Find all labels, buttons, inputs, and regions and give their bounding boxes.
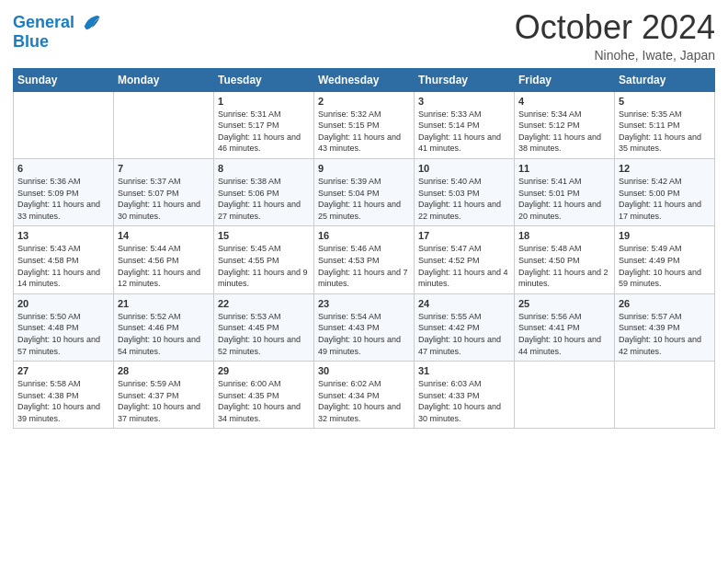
- calendar-week-row: 6Sunrise: 5:36 AMSunset: 5:09 PMDaylight…: [14, 158, 715, 225]
- location: Ninohe, Iwate, Japan: [515, 48, 715, 63]
- calendar-cell: 18Sunrise: 5:48 AMSunset: 4:50 PMDayligh…: [515, 226, 615, 293]
- calendar-cell: 6Sunrise: 5:36 AMSunset: 5:09 PMDaylight…: [14, 158, 114, 225]
- weekday-header: Monday: [114, 68, 214, 91]
- day-detail: Sunrise: 5:43 AMSunset: 4:58 PMDaylight:…: [17, 243, 109, 289]
- day-detail: Sunrise: 5:48 AMSunset: 4:50 PMDaylight:…: [518, 243, 610, 289]
- calendar-week-row: 13Sunrise: 5:43 AMSunset: 4:58 PMDayligh…: [14, 226, 715, 293]
- day-detail: Sunrise: 5:52 AMSunset: 4:46 PMDaylight:…: [118, 311, 210, 357]
- calendar-cell: 13Sunrise: 5:43 AMSunset: 4:58 PMDayligh…: [14, 226, 114, 293]
- day-number: 25: [518, 298, 610, 309]
- page: General Blue October 2024 Ninohe, Iwate,…: [0, 0, 728, 563]
- calendar-cell: 24Sunrise: 5:55 AMSunset: 4:42 PMDayligh…: [415, 293, 515, 361]
- day-detail: Sunrise: 5:32 AMSunset: 5:15 PMDaylight:…: [318, 109, 410, 155]
- day-number: 27: [17, 365, 109, 376]
- day-number: 21: [118, 298, 210, 309]
- day-number: 15: [218, 230, 310, 241]
- header: General Blue October 2024 Ninohe, Iwate,…: [13, 9, 715, 63]
- day-number: 12: [619, 163, 711, 174]
- day-number: 23: [318, 298, 410, 309]
- day-number: 5: [619, 96, 711, 107]
- calendar-cell: 31Sunrise: 6:03 AMSunset: 4:33 PMDayligh…: [415, 362, 515, 429]
- day-detail: Sunrise: 5:45 AMSunset: 4:55 PMDaylight:…: [218, 243, 310, 289]
- calendar-cell: 20Sunrise: 5:50 AMSunset: 4:48 PMDayligh…: [14, 293, 114, 361]
- day-detail: Sunrise: 5:36 AMSunset: 5:09 PMDaylight:…: [17, 176, 109, 222]
- day-detail: Sunrise: 5:56 AMSunset: 4:41 PMDaylight:…: [518, 311, 610, 357]
- calendar-cell: 9Sunrise: 5:39 AMSunset: 5:04 PMDaylight…: [314, 158, 415, 225]
- day-detail: Sunrise: 5:34 AMSunset: 5:12 PMDaylight:…: [518, 109, 610, 155]
- weekday-header: Thursday: [415, 68, 515, 91]
- calendar-cell: 16Sunrise: 5:46 AMSunset: 4:53 PMDayligh…: [314, 226, 415, 293]
- day-number: 17: [418, 230, 510, 241]
- day-number: 4: [518, 96, 610, 107]
- calendar-cell: 8Sunrise: 5:38 AMSunset: 5:06 PMDaylight…: [214, 158, 314, 225]
- day-detail: Sunrise: 5:54 AMSunset: 4:43 PMDaylight:…: [318, 311, 410, 357]
- calendar-cell: 30Sunrise: 6:02 AMSunset: 4:34 PMDayligh…: [314, 362, 415, 429]
- title-block: October 2024 Ninohe, Iwate, Japan: [515, 9, 715, 63]
- calendar-cell: 21Sunrise: 5:52 AMSunset: 4:46 PMDayligh…: [114, 293, 214, 361]
- logo: General Blue: [13, 13, 101, 52]
- calendar-cell: 22Sunrise: 5:53 AMSunset: 4:45 PMDayligh…: [214, 293, 314, 361]
- day-number: 9: [318, 163, 410, 174]
- calendar-cell: 2Sunrise: 5:32 AMSunset: 5:15 PMDaylight…: [314, 91, 415, 158]
- day-detail: Sunrise: 5:35 AMSunset: 5:11 PMDaylight:…: [619, 109, 711, 155]
- day-number: 16: [318, 230, 410, 241]
- logo-bird-icon: [81, 13, 101, 33]
- day-detail: Sunrise: 5:31 AMSunset: 5:17 PMDaylight:…: [218, 109, 310, 155]
- calendar-cell: 28Sunrise: 5:59 AMSunset: 4:37 PMDayligh…: [114, 362, 214, 429]
- day-number: 6: [17, 163, 109, 174]
- calendar-cell: [615, 362, 715, 429]
- day-detail: Sunrise: 5:47 AMSunset: 4:52 PMDaylight:…: [418, 243, 510, 289]
- calendar-cell: 4Sunrise: 5:34 AMSunset: 5:12 PMDaylight…: [515, 91, 615, 158]
- day-detail: Sunrise: 6:00 AMSunset: 4:35 PMDaylight:…: [218, 378, 310, 424]
- weekday-header: Friday: [515, 68, 615, 91]
- day-detail: Sunrise: 5:50 AMSunset: 4:48 PMDaylight:…: [17, 311, 109, 357]
- day-number: 28: [118, 365, 210, 376]
- day-number: 2: [318, 96, 410, 107]
- calendar-cell: 15Sunrise: 5:45 AMSunset: 4:55 PMDayligh…: [214, 226, 314, 293]
- calendar-week-row: 20Sunrise: 5:50 AMSunset: 4:48 PMDayligh…: [14, 293, 715, 361]
- calendar-cell: 12Sunrise: 5:42 AMSunset: 5:00 PMDayligh…: [615, 158, 715, 225]
- day-number: 13: [17, 230, 109, 241]
- day-detail: Sunrise: 5:55 AMSunset: 4:42 PMDaylight:…: [418, 311, 510, 357]
- weekday-header: Saturday: [615, 68, 715, 91]
- calendar-cell: 7Sunrise: 5:37 AMSunset: 5:07 PMDaylight…: [114, 158, 214, 225]
- day-detail: Sunrise: 5:57 AMSunset: 4:39 PMDaylight:…: [619, 311, 711, 357]
- day-number: 8: [218, 163, 310, 174]
- day-number: 1: [218, 96, 310, 107]
- day-detail: Sunrise: 5:37 AMSunset: 5:07 PMDaylight:…: [118, 176, 210, 222]
- calendar-cell: 27Sunrise: 5:58 AMSunset: 4:38 PMDayligh…: [14, 362, 114, 429]
- day-detail: Sunrise: 5:49 AMSunset: 4:49 PMDaylight:…: [619, 243, 711, 289]
- month-title: October 2024: [515, 9, 715, 46]
- day-detail: Sunrise: 5:44 AMSunset: 4:56 PMDaylight:…: [118, 243, 210, 289]
- calendar-table: SundayMondayTuesdayWednesdayThursdayFrid…: [13, 68, 715, 430]
- day-number: 24: [418, 298, 510, 309]
- calendar-week-row: 27Sunrise: 5:58 AMSunset: 4:38 PMDayligh…: [14, 362, 715, 429]
- calendar-cell: 10Sunrise: 5:40 AMSunset: 5:03 PMDayligh…: [415, 158, 515, 225]
- day-detail: Sunrise: 5:42 AMSunset: 5:00 PMDaylight:…: [619, 176, 711, 222]
- day-detail: Sunrise: 5:39 AMSunset: 5:04 PMDaylight:…: [318, 176, 410, 222]
- calendar-cell: [515, 362, 615, 429]
- day-detail: Sunrise: 5:33 AMSunset: 5:14 PMDaylight:…: [418, 109, 510, 155]
- logo-blue: Blue: [13, 33, 101, 52]
- day-detail: Sunrise: 6:03 AMSunset: 4:33 PMDaylight:…: [418, 378, 510, 424]
- day-detail: Sunrise: 5:53 AMSunset: 4:45 PMDaylight:…: [218, 311, 310, 357]
- day-detail: Sunrise: 5:38 AMSunset: 5:06 PMDaylight:…: [218, 176, 310, 222]
- day-detail: Sunrise: 5:41 AMSunset: 5:01 PMDaylight:…: [518, 176, 610, 222]
- calendar-cell: 23Sunrise: 5:54 AMSunset: 4:43 PMDayligh…: [314, 293, 415, 361]
- calendar-cell: 25Sunrise: 5:56 AMSunset: 4:41 PMDayligh…: [515, 293, 615, 361]
- calendar-cell: 19Sunrise: 5:49 AMSunset: 4:49 PMDayligh…: [615, 226, 715, 293]
- day-detail: Sunrise: 5:46 AMSunset: 4:53 PMDaylight:…: [318, 243, 410, 289]
- calendar-week-row: 1Sunrise: 5:31 AMSunset: 5:17 PMDaylight…: [14, 91, 715, 158]
- day-number: 19: [619, 230, 711, 241]
- day-number: 31: [418, 365, 510, 376]
- weekday-header: Wednesday: [314, 68, 415, 91]
- weekday-header: Tuesday: [214, 68, 314, 91]
- calendar-cell: 14Sunrise: 5:44 AMSunset: 4:56 PMDayligh…: [114, 226, 214, 293]
- day-detail: Sunrise: 5:58 AMSunset: 4:38 PMDaylight:…: [17, 378, 109, 424]
- calendar-header-row: SundayMondayTuesdayWednesdayThursdayFrid…: [14, 68, 715, 91]
- calendar-cell: 1Sunrise: 5:31 AMSunset: 5:17 PMDaylight…: [214, 91, 314, 158]
- logo-text: General: [13, 13, 101, 33]
- day-number: 26: [619, 298, 711, 309]
- calendar-cell: 29Sunrise: 6:00 AMSunset: 4:35 PMDayligh…: [214, 362, 314, 429]
- day-number: 30: [318, 365, 410, 376]
